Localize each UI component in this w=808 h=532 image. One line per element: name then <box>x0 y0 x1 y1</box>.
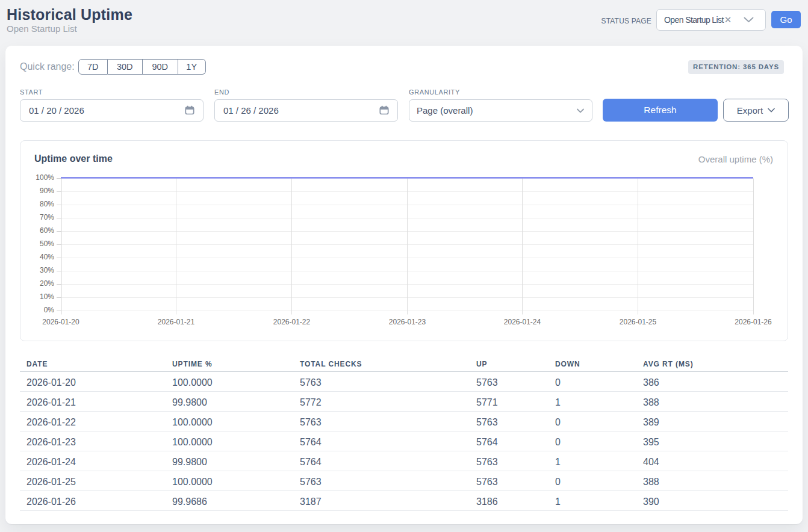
svg-text:20%: 20% <box>40 279 54 288</box>
svg-text:2026-01-21: 2026-01-21 <box>158 318 195 326</box>
svg-text:10%: 10% <box>40 292 54 301</box>
svg-text:80%: 80% <box>40 200 54 208</box>
svg-text:2026-01-23: 2026-01-23 <box>389 318 426 326</box>
svg-text:100%: 100% <box>36 173 54 182</box>
svg-text:30%: 30% <box>40 266 54 274</box>
svg-text:60%: 60% <box>40 226 54 235</box>
svg-text:90%: 90% <box>40 187 54 195</box>
svg-text:50%: 50% <box>40 240 54 248</box>
svg-text:0%: 0% <box>44 306 55 314</box>
svg-text:70%: 70% <box>40 213 54 221</box>
svg-text:2026-01-20: 2026-01-20 <box>42 318 79 326</box>
svg-text:2026-01-22: 2026-01-22 <box>273 318 311 326</box>
svg-text:2026-01-24: 2026-01-24 <box>504 318 541 326</box>
svg-text:40%: 40% <box>40 253 54 261</box>
svg-text:2026-01-25: 2026-01-25 <box>620 318 657 326</box>
svg-text:2026-01-26: 2026-01-26 <box>735 318 772 326</box>
